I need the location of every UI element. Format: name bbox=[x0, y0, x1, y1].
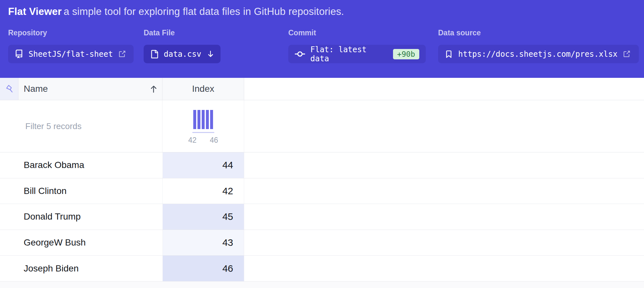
data-source-label: Data source bbox=[438, 29, 639, 37]
app-title: Flat Viewer bbox=[8, 6, 62, 17]
sort-ascending-icon bbox=[149, 85, 158, 93]
repo-book-icon bbox=[15, 50, 23, 58]
table-row: GeorgeW Bush 43 bbox=[0, 230, 644, 256]
flat-viewer-app: Flat Viewera simple tool for exploring f… bbox=[0, 0, 644, 288]
file-icon bbox=[150, 50, 159, 58]
name-cell: GeorgeW Bush bbox=[0, 230, 162, 256]
data-source-control: Data source https://docs.sheetjs.com/pre… bbox=[438, 29, 639, 63]
column-header-index-label: Index bbox=[192, 84, 214, 94]
index-histogram[interactable]: 42 46 bbox=[162, 100, 244, 152]
sticky-column-cell bbox=[0, 78, 18, 100]
histogram-min-label: 42 bbox=[188, 136, 197, 145]
filter-input[interactable] bbox=[0, 100, 162, 152]
column-header-name[interactable]: Name bbox=[18, 78, 162, 100]
grid-filter-row: 42 46 bbox=[0, 100, 644, 152]
name-cell: Donald Trump bbox=[0, 204, 162, 230]
name-cell: Bill Clinton bbox=[0, 178, 162, 204]
index-cell: 44 bbox=[162, 152, 244, 178]
commit-value: Flat: latest data bbox=[310, 45, 383, 63]
git-commit-icon bbox=[295, 49, 305, 59]
data-file-control: Data File data.csv bbox=[144, 29, 221, 63]
grid-body: Barack Obama 44 Bill Clinton 42 Donald T… bbox=[0, 152, 644, 282]
name-cell: Barack Obama bbox=[0, 152, 162, 178]
table-row: Barack Obama 44 bbox=[0, 152, 644, 178]
histogram-bars bbox=[162, 110, 244, 129]
commit-diff-badge: +90b bbox=[393, 49, 419, 59]
data-source-button[interactable]: https://docs.sheetjs.com/pres.xlsx bbox=[438, 45, 639, 63]
histogram-range-labels: 42 46 bbox=[188, 136, 218, 145]
column-header-name-label: Name bbox=[24, 84, 48, 94]
data-file-value: data.csv bbox=[164, 50, 201, 59]
index-cell: 46 bbox=[162, 256, 244, 281]
repository-button[interactable]: SheetJS/flat-sheet bbox=[8, 45, 134, 63]
data-source-value: https://docs.sheetjs.com/pres.xlsx bbox=[458, 50, 617, 59]
repository-control: Repository SheetJS/flat-sheet bbox=[8, 29, 134, 63]
bookmark-icon bbox=[445, 50, 453, 58]
app-header: Flat Viewera simple tool for exploring f… bbox=[0, 0, 644, 78]
repository-value: SheetJS/flat-sheet bbox=[29, 50, 113, 59]
external-link-icon bbox=[118, 50, 126, 58]
table-row: Bill Clinton 42 bbox=[0, 178, 644, 204]
arrow-down-icon bbox=[207, 50, 214, 58]
data-file-button[interactable]: data.csv bbox=[144, 45, 221, 63]
name-cell: Joseph Biden bbox=[0, 256, 162, 281]
pin-icon[interactable] bbox=[4, 84, 14, 94]
commit-button[interactable]: Flat: latest data +90b bbox=[288, 45, 426, 63]
grid-footer-strip bbox=[0, 282, 644, 288]
index-cell: 43 bbox=[162, 230, 244, 256]
app-title-line: Flat Viewera simple tool for exploring f… bbox=[8, 6, 344, 18]
histogram-axis bbox=[192, 132, 214, 133]
column-header-index[interactable]: Index bbox=[162, 78, 244, 100]
table-row: Joseph Biden 46 bbox=[0, 256, 644, 282]
index-cell: 42 bbox=[162, 178, 244, 204]
histogram-max-label: 46 bbox=[210, 136, 218, 145]
grid-header-row: Name Index bbox=[0, 78, 644, 100]
table-row: Donald Trump 45 bbox=[0, 204, 644, 230]
commit-label: Commit bbox=[288, 29, 426, 37]
external-link-icon bbox=[623, 50, 630, 58]
index-cell: 45 bbox=[162, 204, 244, 230]
repository-label: Repository bbox=[8, 29, 134, 37]
data-file-label: Data File bbox=[144, 29, 221, 37]
app-subtitle: a simple tool for exploring flat data fi… bbox=[64, 6, 344, 17]
commit-control: Commit Flat: latest data +90b bbox=[288, 29, 426, 63]
